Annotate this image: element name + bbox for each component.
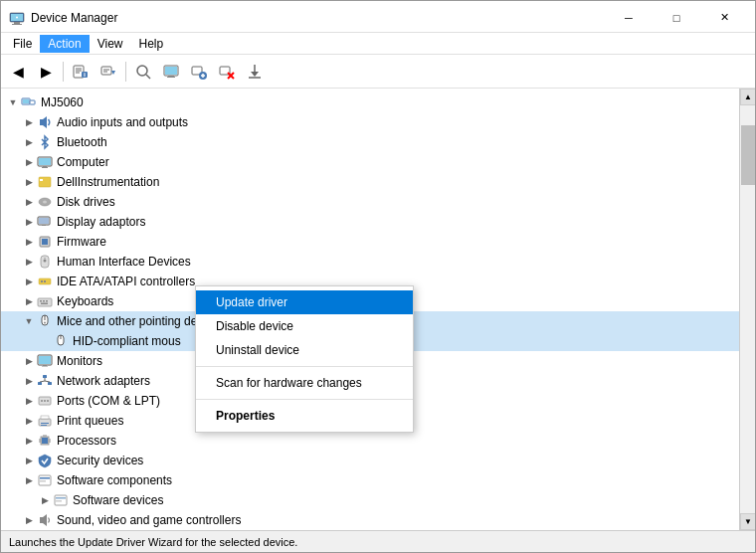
svg-rect-96	[56, 500, 62, 502]
toolbar-sep1	[63, 62, 64, 82]
expand-icon-disk: ▶	[21, 194, 37, 210]
svg-marker-35	[40, 116, 47, 128]
ctx-sep2	[196, 399, 413, 400]
tree-bluetooth[interactable]: ▶ Bluetooth	[1, 132, 739, 152]
root-label: MJ5060	[41, 95, 84, 109]
keyboard-icon	[37, 293, 53, 309]
scrollbar[interactable]: ▲ ▼	[739, 89, 755, 530]
maximize-button[interactable]: □	[654, 8, 699, 28]
svg-rect-56	[40, 300, 42, 302]
toolbar-forward[interactable]: ▶	[33, 59, 59, 85]
toolbar-back[interactable]: ◀	[5, 59, 31, 85]
minimize-button[interactable]: ─	[606, 8, 652, 28]
svg-point-16	[137, 66, 147, 76]
expand-icon-root: ▼	[5, 94, 21, 110]
svg-rect-95	[56, 497, 66, 499]
firmware-label: Firmware	[57, 235, 106, 249]
ports-label: Ports (COM & LPT)	[57, 394, 160, 408]
svg-line-74	[45, 381, 50, 382]
toolbar-properties[interactable]	[68, 59, 94, 85]
dell-icon	[37, 174, 53, 190]
security-label: Security devices	[57, 454, 143, 467]
tree-softwarecomponents[interactable]: ▶ Software components	[1, 470, 739, 490]
svg-rect-2	[12, 24, 22, 25]
menu-file[interactable]: File	[5, 35, 40, 53]
svg-rect-33	[23, 99, 29, 103]
toolbar-sep2	[125, 62, 126, 82]
tree-sound[interactable]: ▶ Sound, video and game controllers	[1, 510, 739, 530]
status-bar: Launches the Update Driver Wizard for th…	[1, 530, 755, 552]
monitors-label: Monitors	[57, 354, 102, 368]
tree-security[interactable]: ▶ Security devices	[1, 451, 739, 470]
svg-marker-15	[111, 71, 115, 75]
expand-icon-hid: ▶	[21, 254, 37, 270]
tree-audio[interactable]: ▶ Audio inputs and outputs	[1, 112, 739, 132]
svg-rect-39	[42, 167, 48, 168]
svg-rect-92	[40, 477, 50, 479]
toolbar-download[interactable]	[242, 59, 268, 85]
main-content: ▼ MJ5060 ▶ Audio inputs and outputs ▶	[1, 89, 755, 530]
hid-label: Human Interface Devices	[57, 255, 191, 269]
print-label: Print queues	[57, 414, 123, 428]
expand-icon-dell: ▶	[21, 174, 37, 190]
audio-label: Audio inputs and outputs	[57, 115, 188, 129]
close-button[interactable]: ✕	[701, 8, 747, 28]
ctx-update-driver[interactable]: Update driver	[196, 290, 413, 314]
title-bar: Device Manager ─ □ ✕	[1, 1, 755, 33]
ctx-scan[interactable]: Scan for hardware changes	[196, 371, 413, 395]
tree-disk[interactable]: ▶ Disk drives	[1, 192, 739, 212]
ctx-uninstall-device[interactable]: Uninstall device	[196, 338, 413, 362]
toolbar-monitor[interactable]	[158, 59, 184, 85]
title-left: Device Manager	[9, 10, 117, 26]
toolbar-add[interactable]	[186, 59, 212, 85]
tree-computer[interactable]: ▶ Computer	[1, 152, 739, 172]
expand-icon-bluetooth: ▶	[21, 134, 37, 150]
ide-label: IDE ATA/ATAPI controllers	[57, 275, 195, 288]
svg-rect-93	[40, 480, 46, 482]
toolbar-update[interactable]	[95, 59, 121, 85]
monitors-icon	[37, 353, 53, 369]
svg-line-73	[40, 381, 45, 382]
svg-rect-21	[167, 77, 175, 78]
tree-softwaredevices[interactable]: ▶ Software devices	[1, 490, 739, 510]
tree-dell[interactable]: ▶ DellInstrumentation	[1, 172, 739, 192]
svg-rect-19	[165, 67, 177, 75]
device-manager-window: Device Manager ─ □ ✕ File Action View He…	[0, 0, 756, 553]
svg-rect-12	[101, 67, 111, 75]
scroll-down[interactable]: ▼	[740, 513, 755, 530]
tree-processors[interactable]: ▶ Processors	[1, 431, 739, 451]
keyboards-label: Keyboards	[57, 294, 113, 308]
audio-icon	[37, 114, 53, 130]
window-title: Device Manager	[31, 11, 117, 25]
svg-rect-70	[38, 382, 42, 385]
ctx-disable-device[interactable]: Disable device	[196, 314, 413, 338]
context-menu: Update driver Disable device Uninstall d…	[195, 285, 414, 433]
svg-rect-1	[14, 22, 20, 24]
svg-rect-41	[40, 179, 43, 181]
svg-rect-38	[43, 166, 47, 167]
toolbar-remove[interactable]	[214, 59, 240, 85]
svg-point-43	[43, 201, 47, 204]
processors-icon	[37, 433, 53, 449]
ide-icon	[37, 274, 53, 289]
menu-action[interactable]: Action	[40, 35, 89, 53]
tree-root[interactable]: ▼ MJ5060	[1, 92, 739, 112]
processors-label: Processors	[57, 434, 116, 448]
root-icon	[21, 94, 37, 110]
scroll-track[interactable]	[740, 105, 755, 513]
menu-help[interactable]: Help	[131, 35, 172, 53]
svg-marker-97	[40, 514, 47, 526]
expand-icon-hid-mouse	[37, 333, 53, 349]
menu-view[interactable]: View	[90, 35, 131, 53]
tree-firmware[interactable]: ▶ Firmware	[1, 232, 739, 252]
tree-display[interactable]: ▶ Display adaptors	[1, 212, 739, 232]
bluetooth-icon	[37, 134, 53, 150]
expand-icon-audio: ▶	[21, 114, 37, 130]
toolbar-scan[interactable]	[130, 59, 156, 85]
security-icon	[37, 453, 53, 468]
ctx-properties[interactable]: Properties	[196, 404, 413, 428]
scroll-thumb[interactable]	[741, 125, 755, 185]
tree-hid[interactable]: ▶ Human Interface Devices	[1, 252, 739, 272]
scroll-up[interactable]: ▲	[740, 89, 755, 105]
softwaredevices-icon	[53, 492, 69, 508]
